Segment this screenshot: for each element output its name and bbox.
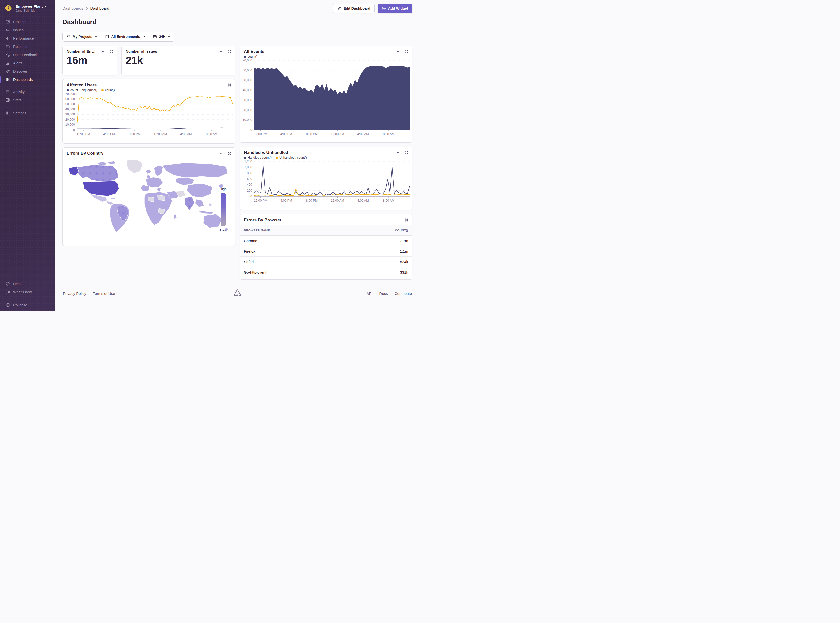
expand-icon[interactable] — [228, 151, 231, 155]
environments-filter[interactable]: All Environments — [101, 32, 149, 41]
widget-menu-icon[interactable] — [397, 218, 401, 222]
widget-all-events: All Events count() 010,00020,00030,00040… — [240, 46, 412, 143]
chevron-down-icon — [168, 35, 171, 38]
breadcrumb-current: Dashboard — [91, 6, 109, 11]
svg-text:4:00 AM: 4:00 AM — [180, 132, 192, 136]
sidebar-item-issues[interactable]: Issues — [0, 26, 55, 34]
breadcrumb-dashboards-link[interactable]: Dashboards — [63, 6, 83, 11]
handled-unhandled-chart[interactable]: 02004006008001,0001,20012:00 PM4:00 PM8:… — [240, 160, 412, 204]
svg-text:20,000: 20,000 — [66, 118, 75, 121]
svg-text:200: 200 — [247, 189, 252, 192]
chevron-down-icon — [95, 35, 97, 38]
widget-menu-icon[interactable] — [220, 50, 224, 54]
privacy-policy-link[interactable]: Privacy Policy — [63, 291, 86, 296]
expand-icon[interactable] — [109, 50, 113, 54]
expand-icon[interactable] — [228, 83, 231, 87]
svg-text:4:00 PM: 4:00 PM — [280, 199, 292, 203]
expand-icon[interactable] — [405, 218, 408, 222]
svg-text:12:00 PM: 12:00 PM — [254, 132, 268, 136]
svg-text:8:00 AM: 8:00 AM — [383, 132, 394, 136]
svg-text:12:00 AM: 12:00 AM — [331, 199, 344, 203]
widget-menu-icon[interactable] — [102, 50, 106, 54]
widget-errors-by-browser: Errors By Browser BROWSER.NAME COUNT() — [240, 214, 412, 279]
legend-dot — [102, 89, 104, 91]
time-range-filter[interactable]: 24H — [149, 32, 174, 41]
sidebar-item-whats-new[interactable]: What's new — [0, 288, 55, 296]
org-user: Jane Schmidt — [16, 9, 47, 12]
projects-filter[interactable]: My Projects — [63, 32, 101, 41]
projects-filter-icon — [66, 35, 71, 39]
org-switcher[interactable]: Empower Plant Jane Schmidt — [0, 0, 55, 16]
legend-dot — [244, 56, 246, 58]
chevron-right-icon — [86, 7, 88, 10]
docs-link[interactable]: Docs — [380, 291, 388, 296]
main-content: Dashboards Dashboard Edit Dashboard Add … — [55, 0, 420, 312]
activity-icon — [6, 90, 10, 94]
stats-icon — [6, 98, 10, 103]
column-browser-name: BROWSER.NAME — [240, 225, 346, 236]
breadcrumb: Dashboards Dashboard — [63, 6, 109, 11]
api-link[interactable]: API — [366, 291, 372, 296]
expand-icon[interactable] — [405, 150, 408, 154]
terms-of-use-link[interactable]: Terms of Use — [93, 291, 115, 296]
widget-handled-v-unhandled: Handled v. Unhandled Handled : count() U… — [240, 147, 412, 210]
widget-menu-icon[interactable] — [220, 83, 224, 87]
legend-dot — [276, 157, 278, 159]
sidebar-item-releases[interactable]: Releases — [0, 43, 55, 51]
sidebar-item-collapse[interactable]: Collapse — [0, 301, 55, 309]
table-row: Go-http-client 331k — [240, 267, 412, 278]
svg-text:1,200: 1,200 — [245, 160, 252, 163]
svg-text:40,000: 40,000 — [66, 107, 75, 111]
svg-text:4:00 PM: 4:00 PM — [103, 132, 115, 136]
map-legend-low: Low — [217, 228, 229, 232]
widget-title: Affected Users — [67, 83, 97, 87]
table-row: Safari 524k — [240, 256, 412, 267]
page-footer: Privacy Policy Terms of Use API Docs Con… — [63, 284, 412, 305]
svg-text:8:00 AM: 8:00 AM — [383, 199, 394, 203]
widget-title: Handled v. Unhandled — [244, 150, 288, 155]
all-events-chart[interactable]: 010,00020,00030,00040,00050,00060,00070,… — [240, 58, 412, 137]
contribute-link[interactable]: Contribute — [395, 291, 412, 296]
svg-text:8:00 AM: 8:00 AM — [206, 132, 217, 136]
expand-icon[interactable] — [228, 50, 231, 54]
table-row: Chrome 7.7m — [240, 236, 412, 246]
issues-icon — [6, 28, 10, 32]
svg-text:70,000: 70,000 — [66, 92, 75, 96]
svg-text:4:00 AM: 4:00 AM — [357, 132, 369, 136]
sentry-logo-icon — [233, 288, 242, 297]
svg-text:60,000: 60,000 — [243, 69, 252, 72]
widget-number-of-errors: Number of Err… 16m — [63, 46, 117, 75]
widget-menu-icon[interactable] — [220, 151, 224, 155]
svg-text:0: 0 — [73, 128, 75, 132]
widget-title: All Events — [244, 49, 265, 54]
add-widget-button[interactable]: Add Widget — [378, 4, 412, 13]
svg-text:4:00 PM: 4:00 PM — [280, 132, 292, 136]
sidebar-item-settings[interactable]: Settings — [0, 109, 55, 117]
world-map[interactable] — [63, 156, 235, 232]
svg-text:12:00 PM: 12:00 PM — [254, 199, 268, 203]
legend-dot — [67, 89, 69, 91]
sidebar-item-dashboards[interactable]: Dashboards — [0, 75, 55, 84]
widget-menu-icon[interactable] — [397, 50, 401, 54]
expand-icon[interactable] — [405, 50, 408, 54]
svg-text:30,000: 30,000 — [243, 98, 252, 102]
map-legend: High Low — [217, 187, 229, 232]
sidebar-item-projects[interactable]: Projects — [0, 18, 55, 26]
sidebar-item-alerts[interactable]: Alerts — [0, 59, 55, 67]
affected-users-chart[interactable]: 010,00020,00030,00040,00050,00060,00070,… — [63, 92, 235, 137]
svg-text:0: 0 — [251, 195, 252, 198]
sidebar-item-performance[interactable]: Performance — [0, 34, 55, 43]
svg-text:30,000: 30,000 — [66, 113, 75, 116]
sidebar-item-stats[interactable]: Stats — [0, 96, 55, 104]
widget-title: Number of Err… — [67, 49, 96, 54]
svg-text:70,000: 70,000 — [243, 59, 252, 62]
sidebar-item-user-feedback[interactable]: User Feedback — [0, 51, 55, 59]
sidebar-item-discover[interactable]: Discover — [0, 67, 55, 75]
widget-menu-icon[interactable] — [397, 150, 401, 154]
sidebar-item-activity[interactable]: Activity — [0, 87, 55, 96]
header-actions: Edit Dashboard Add Widget — [333, 4, 412, 13]
sidebar-item-help[interactable]: Help — [0, 279, 55, 288]
user-feedback-icon — [6, 53, 10, 57]
edit-dashboard-button[interactable]: Edit Dashboard — [333, 4, 374, 13]
kpi-value: 21k — [126, 54, 235, 66]
